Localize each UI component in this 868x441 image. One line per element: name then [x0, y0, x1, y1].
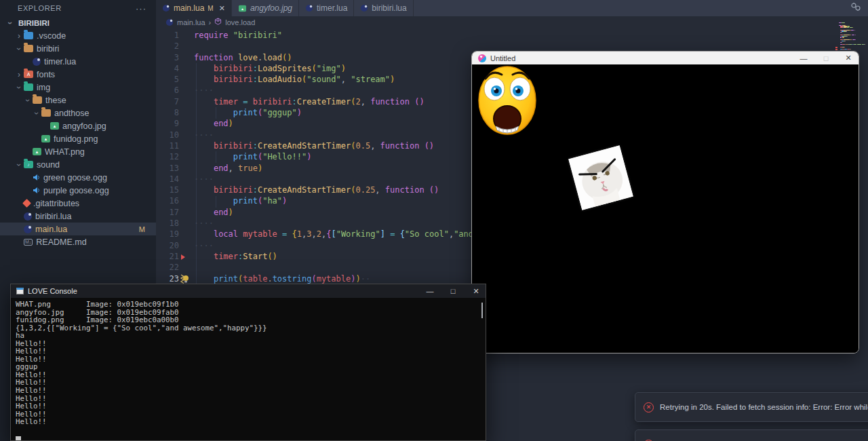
tab-git-badge: M	[208, 5, 213, 12]
git-modified-badge: M	[139, 225, 145, 233]
gutter	[179, 174, 194, 185]
console-scrollbar[interactable]	[481, 303, 483, 318]
editor-tab-bar: main.luaM✕▲angyfoo.jpgtimer.luabiribiri.…	[156, 0, 868, 16]
close-icon[interactable]: ✕	[219, 4, 225, 13]
tree-item-label: fonts	[37, 70, 55, 79]
lua-file-icon	[361, 5, 368, 12]
game-window-controls: — □ ✕	[800, 54, 852, 62]
explorer-more-actions-icon[interactable]: ···	[136, 3, 146, 14]
chevron-down-icon: ›	[5, 18, 15, 28]
game-window-titlebar[interactable]: Untitled — □ ✕	[472, 52, 859, 64]
tree-item-label: timer.lua	[44, 57, 76, 66]
tree-item-purple-goose-ogg[interactable]: purple goose.ogg	[0, 184, 156, 197]
console-output: WHAT.png Image: 0x019ebc09f1b0angyfoo.jp…	[11, 298, 486, 440]
error-icon: ✕	[644, 402, 654, 413]
tab-main-lua[interactable]: main.luaM✕	[156, 0, 232, 16]
breadcrumb-symbol[interactable]: love.load	[225, 18, 255, 26]
line-number: 13	[156, 163, 179, 174]
tree-item-sound[interactable]: ›♪sound	[0, 158, 156, 171]
fonts-folder-icon: A	[24, 71, 33, 78]
chevron-down-icon: ›	[14, 83, 24, 92]
tree-item-label: main.lua	[35, 225, 67, 234]
tab-angyfoo-jpg[interactable]: ▲angyfoo.jpg	[232, 0, 299, 16]
line-number: 19	[156, 229, 179, 239]
gutter	[179, 251, 194, 262]
code-text: timer = biribiri:CreateTimer(2, function…	[194, 96, 425, 107]
minimize-icon[interactable]: —	[426, 287, 434, 295]
tree-item-gitattributes[interactable]: .gitattributes	[0, 197, 156, 210]
console-line-12: Hello!!	[16, 387, 486, 395]
error-toast-2[interactable]: ✕Retrying in 10s. Failed to fetch sessio…	[635, 429, 868, 441]
tab-biribiri-lua[interactable]: biribiri.lua	[354, 0, 413, 16]
minimize-icon[interactable]: —	[800, 54, 808, 62]
console-line-13: Hello!!	[16, 395, 486, 403]
code-text: end)	[194, 207, 233, 218]
code-text: biribiri:CreateAndStartTimer(0.25, funct…	[194, 185, 439, 195]
gutter	[179, 163, 194, 174]
line-number: 8	[156, 107, 179, 118]
lua-file-icon	[24, 212, 32, 220]
breadcrumb-file[interactable]: main.lua	[177, 18, 205, 26]
gutter	[179, 118, 194, 129]
tree-item-andthose[interactable]: ›andthose	[0, 107, 156, 119]
code-text: print("ha")	[194, 195, 287, 206]
close-icon[interactable]: ✕	[844, 54, 852, 62]
tree-item-angyfoo-jpg[interactable]: ▲angyfoo.jpg	[0, 119, 156, 132]
code-line-1[interactable]: 1require "biribiri"	[156, 30, 868, 41]
chevron-down-icon: ›	[32, 109, 41, 118]
toast-message: Retrying in 20s. Failed to fetch session…	[660, 403, 868, 411]
gutter	[179, 85, 194, 96]
code-text: ····	[194, 130, 214, 140]
minimap[interactable]	[839, 22, 862, 50]
tab-list: main.luaM✕▲angyfoo.jpgtimer.luabiribiri.…	[156, 0, 414, 16]
tree-item-these[interactable]: ›these	[0, 94, 156, 107]
breadcrumb-separator: ›	[209, 18, 212, 26]
tree-item-vscode[interactable]: ›.vscode	[0, 29, 156, 42]
tab-label: timer.lua	[317, 3, 347, 13]
tree-item-label: biribiri	[37, 44, 59, 54]
console-line-3: funidog.png Image: 0x019ebc0a00b0	[16, 316, 486, 324]
tree-item-biribiri-lua[interactable]: biribiri.lua	[0, 210, 156, 223]
console-app-icon	[16, 288, 24, 294]
tab-label: main.lua	[174, 3, 204, 13]
line-number: 5	[156, 74, 179, 85]
console-line-14: Hello!!	[16, 402, 486, 410]
tab-timer-lua[interactable]: timer.lua	[299, 0, 354, 16]
console-line-1: WHAT.png Image: 0x019ebc09f1b0	[16, 301, 486, 309]
line-number: 7	[156, 96, 179, 107]
chevron-down-icon: ›	[14, 44, 24, 54]
image-file-icon: ▲	[50, 122, 59, 130]
line-number: 1	[156, 30, 179, 41]
image-file-icon: ▲	[239, 5, 246, 11]
tree-item-main-lua[interactable]: main.luaM	[0, 223, 156, 235]
console-line-5: ha	[16, 332, 486, 340]
tab-label: angyfoo.jpg	[250, 3, 292, 13]
console-cursor	[16, 436, 21, 440]
tree-item-label: green goose.ogg	[43, 173, 107, 183]
love2d-logo-icon	[478, 54, 486, 62]
tree-item-img[interactable]: ›img	[0, 81, 156, 94]
maximize-icon[interactable]: □	[822, 54, 830, 62]
folder-icon	[24, 45, 33, 52]
tree-item-funidog-png[interactable]: ▲funidog.png	[0, 132, 156, 145]
tree-item-biribiri[interactable]: ›biribiri	[0, 42, 156, 55]
console-titlebar[interactable]: LOVE Console — □ ✕	[11, 284, 486, 298]
tree-item-fonts[interactable]: ›Afonts	[0, 68, 156, 81]
maximize-icon[interactable]: □	[449, 287, 457, 295]
chevron-down-icon: ›	[23, 96, 33, 105]
line-number: 2	[156, 41, 179, 52]
tree-item-label: README.md	[36, 237, 86, 247]
tree-item-what-png[interactable]: ▲WHAT.png	[0, 145, 156, 158]
symbol-cube-icon	[214, 18, 222, 26]
error-toast-1[interactable]: ✕Retrying in 20s. Failed to fetch sessio…	[635, 392, 868, 422]
lua-file-icon	[166, 18, 173, 25]
editor-actions-icon[interactable]	[850, 2, 861, 14]
tree-item-biribiri[interactable]: ›BIRIBIRI	[0, 16, 156, 29]
shocked-emoji-sprite	[477, 65, 537, 138]
tree-item-readme-md[interactable]: M↓README.md	[0, 235, 156, 248]
game-canvas	[472, 64, 859, 353]
console-line-10: Hello!!	[16, 371, 486, 379]
close-icon[interactable]: ✕	[472, 287, 480, 296]
tree-item-green-goose-ogg[interactable]: green goose.ogg	[0, 171, 156, 184]
tree-item-timer-lua[interactable]: timer.lua	[0, 55, 156, 68]
